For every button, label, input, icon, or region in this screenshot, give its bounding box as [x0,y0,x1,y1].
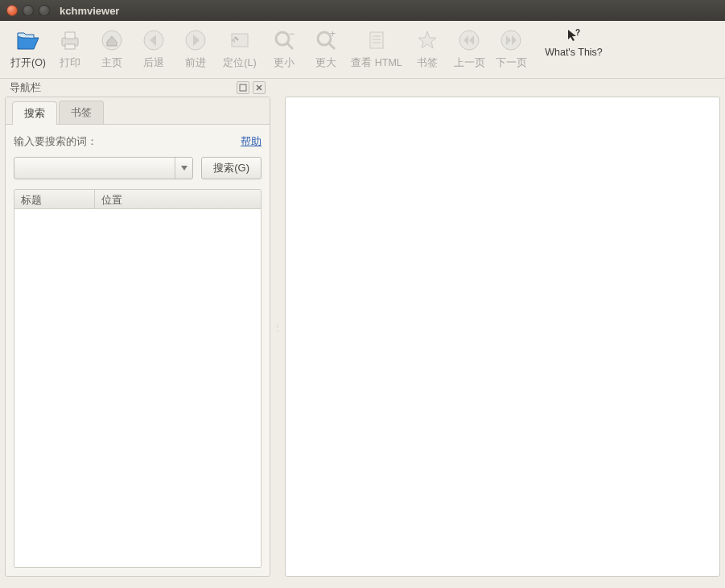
prev-page-button[interactable]: 上一页 [449,24,489,76]
svg-rect-1 [65,32,75,39]
svg-line-8 [287,43,293,49]
col-location[interactable]: 位置 [95,190,261,208]
view-html-label: 查看 HTML [351,56,402,70]
col-title[interactable]: 标题 [14,190,95,208]
forward-label: 前进 [185,56,206,70]
svg-point-10 [318,32,331,45]
svg-line-11 [329,43,335,49]
chevron-down-icon[interactable] [175,158,192,179]
main-area: 导航栏 搜索 书签 输入要搜索的词： 帮助 [0,79,725,582]
arrow-left-icon [141,27,167,53]
svg-point-7 [276,32,289,45]
print-button[interactable]: 打印 [50,24,90,76]
arrow-right-icon [183,27,208,53]
nav-panel: 导航栏 搜索 书签 输入要搜索的词： 帮助 [5,79,270,577]
table-body [14,209,261,567]
content-panel [285,97,720,577]
window-controls [6,5,50,16]
svg-rect-2 [65,44,75,49]
next-page-button[interactable]: 下一页 [491,24,531,76]
search-prompt: 输入要搜索的词： [14,134,97,149]
next-page-label: 下一页 [496,56,527,70]
toolbar: 打开(O) 打印 主页 后退 [0,21,725,79]
back-label: 后退 [143,56,164,70]
open-label: 打开(O) [10,56,46,70]
nav-panel-title: 导航栏 [10,80,41,95]
titlebar: kchmviewer [0,0,725,21]
detach-icon[interactable] [237,81,249,94]
svg-rect-20 [240,84,246,91]
forward-button[interactable]: 前进 [175,24,216,76]
zoom-in-icon: + [313,27,339,53]
locate-label: 定位(L) [223,56,256,70]
bookmark-label: 书签 [417,56,438,70]
nav-tabs: 搜索 书签 [6,97,270,125]
close-icon[interactable] [6,5,18,16]
printer-icon [57,27,83,53]
search-input[interactable] [14,162,175,175]
locate-icon [227,27,253,53]
back-button[interactable]: 后退 [134,24,174,76]
table-header: 标题 位置 [14,190,261,209]
double-arrow-right-icon [498,27,524,53]
search-area: 输入要搜索的词： 帮助 搜索(G) 标题 位置 [6,125,270,576]
nav-panel-header: 导航栏 [5,79,270,97]
search-go-button[interactable]: 搜索(G) [201,157,262,179]
home-button[interactable]: 主页 [92,24,132,76]
tab-bookmark[interactable]: 书签 [59,101,104,124]
zoom-in-button[interactable]: + 更大 [306,24,346,76]
svg-text:+: + [330,29,336,39]
zoom-out-label: 更小 [274,56,295,70]
minimize-icon[interactable] [23,5,34,16]
splitter[interactable]: ⋮ [275,79,280,577]
document-icon [364,27,389,53]
home-label: 主页 [101,56,122,70]
folder-open-icon [15,27,41,53]
window-title: kchmviewer [60,5,119,17]
tab-search[interactable]: 搜索 [12,101,57,125]
svg-text:−: − [289,29,295,39]
home-icon [99,27,125,53]
open-button[interactable]: 打开(O) [8,24,48,76]
bookmark-button[interactable]: 书签 [407,24,447,76]
zoom-out-button[interactable]: − 更小 [264,24,304,76]
search-results-table: 标题 位置 [14,189,262,568]
svg-text:?: ? [575,28,580,37]
nav-panel-body: 搜索 书签 输入要搜索的词： 帮助 搜索(G) [5,97,270,577]
prev-page-label: 上一页 [454,56,485,70]
double-arrow-left-icon [456,27,482,53]
star-icon [414,27,440,53]
svg-rect-13 [370,32,383,48]
whats-this-label: What's This? [545,47,603,58]
maximize-icon[interactable] [39,5,50,16]
locate-button[interactable]: 定位(L) [217,24,262,76]
cursor-help-icon: ? [561,27,587,43]
zoom-in-label: 更大 [315,56,336,70]
search-combo[interactable] [14,157,193,179]
help-link[interactable]: 帮助 [241,134,262,149]
zoom-out-icon: − [271,27,297,53]
close-panel-icon[interactable] [253,81,266,94]
view-html-button[interactable]: 查看 HTML [348,24,406,76]
whats-this-button[interactable]: ? What's This? [533,24,605,76]
print-label: 打印 [60,56,80,70]
